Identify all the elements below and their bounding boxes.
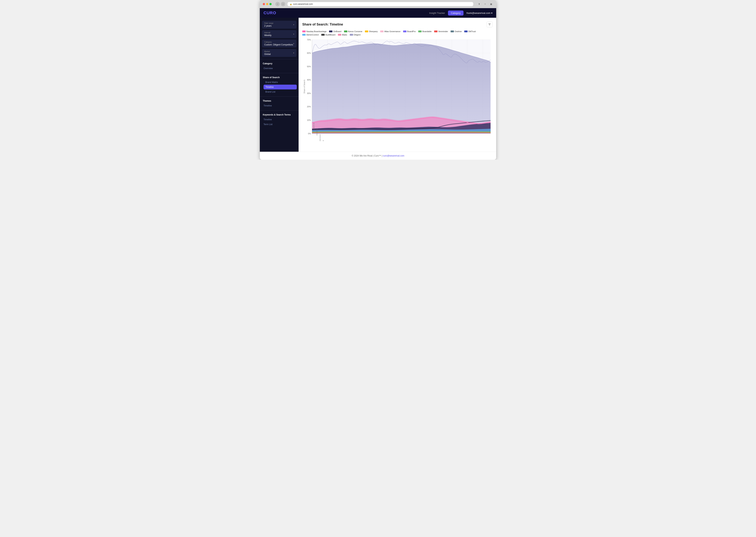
back-button[interactable]: ‹: [275, 2, 280, 6]
timeline-chart: 70% 60% 50% 40% 30% 20% 10% 0% Share of …: [302, 38, 492, 141]
svg-text:2022-07-31: 2022-07-31: [316, 129, 318, 136]
filter-section: Date range 2 years ▾ Interval Weekly ▾: [260, 21, 299, 57]
category-chevron: ▾: [293, 43, 294, 45]
legend-item-dilitrust: DiliTrust: [464, 30, 476, 32]
market-label: Market: [264, 51, 271, 53]
sidebar-section-keywords: Keywords & Search Terms: [260, 113, 299, 117]
legend-item-sherpany: Sherpany: [365, 30, 378, 32]
legend-color-atlas: [380, 30, 384, 32]
forward-button[interactable]: ›: [281, 2, 285, 6]
sidebar-section-category: Category: [260, 62, 299, 66]
date-range-label: Date range: [264, 22, 273, 24]
sidebar-section-themes: Themes: [260, 99, 299, 103]
interval-value: Weekly: [264, 34, 272, 37]
share-subsection: Brand Matrix Timeline Brand List: [260, 80, 299, 94]
market-dropdown[interactable]: Market Global ▾: [262, 49, 296, 57]
user-menu[interactable]: frank@wearerival.com ▾: [467, 12, 492, 15]
interval-chevron: ▾: [293, 33, 294, 35]
svg-text:20%: 20%: [307, 106, 311, 108]
legend-item-boardpro: BoardPro: [403, 30, 416, 32]
svg-text:50%: 50%: [307, 65, 311, 68]
svg-text:2022-10-02: 2022-10-02: [322, 140, 324, 141]
footer: © 2024 We Are Rival | Curo™ | curo@weare…: [260, 152, 496, 160]
legend-item-nasdaq: Nasdaq Boardvantage: [302, 30, 326, 32]
address-bar[interactable]: 🔒 curo.wearerival.com: [287, 2, 473, 6]
footer-text: © 2024 We Are Rival | Curo™ |: [352, 154, 383, 157]
browser-nav: ‹ ›: [275, 2, 285, 6]
date-range-value: 2 years: [264, 24, 273, 27]
lock-icon: 🔒: [290, 3, 292, 5]
traffic-lights: [263, 3, 272, 5]
legend-color-admincontrol: [302, 34, 306, 36]
sidebar-item-timeline[interactable]: Timeline: [264, 85, 297, 89]
nav-links: Insight Tracker Category frank@weareriva…: [429, 11, 492, 16]
chart-legend: Nasdaq Boardvantage OnBoard Azeus Conven…: [302, 30, 492, 36]
filter-button[interactable]: [487, 21, 492, 27]
legend-item-atlas: Atlas Governance: [380, 30, 400, 32]
top-nav: CURO Insight Tracker Category frank@wear…: [260, 8, 496, 18]
legend-color-venminder: [434, 30, 437, 32]
logo: CURO: [264, 11, 276, 15]
close-button[interactable]: [263, 3, 265, 5]
legend-item-auditboard: AuditBoard: [321, 34, 335, 36]
svg-text:60%: 60%: [307, 52, 311, 54]
legend-item-onboard: OnBoard: [329, 30, 341, 32]
browser-titlebar: ‹ › 🔒 curo.wearerival.com ⬆ + ▣: [260, 0, 496, 8]
sidebar-item-keywords-timeline[interactable]: Timeline: [260, 117, 299, 122]
insight-tracker-link[interactable]: Insight Tracker: [429, 12, 445, 15]
chart-container: 70% 60% 50% 40% 30% 20% 10% 0% Share of …: [302, 38, 492, 141]
legend-color-diligent: [350, 34, 353, 36]
category-value: Custom: Diligent Competitors: [264, 43, 293, 46]
legend-color-auditboard: [321, 34, 324, 36]
legend-color-nasdaq: [302, 30, 306, 32]
logo-accent: O: [273, 11, 276, 15]
legend-color-azeus: [344, 30, 347, 32]
sidebar-item-overview[interactable]: Overview: [260, 66, 299, 71]
svg-text:10%: 10%: [307, 119, 311, 121]
legend-item-azeus: Azeus Convene: [344, 30, 362, 32]
maximize-button[interactable]: [269, 3, 272, 5]
content-header: Share of Search: Timeline: [302, 21, 492, 27]
sidebar-item-brand-matrix[interactable]: Brand Matrix: [262, 80, 299, 85]
share-icon[interactable]: ⬆: [477, 2, 481, 6]
legend-color-boardable: [418, 30, 422, 32]
date-range-dropdown[interactable]: Date range 2 years ▾: [262, 21, 296, 29]
legend-color-sherpany: [365, 30, 368, 32]
category-dropdown[interactable]: Category Custom: Diligent Competitors ▾: [262, 40, 296, 48]
browser-window: ‹ › 🔒 curo.wearerival.com ⬆ + ▣ CURO Ins…: [260, 0, 496, 160]
svg-text:30%: 30%: [307, 92, 311, 95]
legend-color-ibabs: [338, 34, 341, 36]
market-chevron: ▾: [293, 52, 294, 54]
market-value: Global: [264, 53, 271, 56]
legend-item-diligent: Diligent: [350, 34, 360, 36]
sidebar-item-brand-list[interactable]: Brand List: [262, 89, 299, 94]
sidebar: Date range 2 years ▾ Interval Weekly ▾: [260, 18, 299, 152]
sidebar-item-term-list[interactable]: Term List: [260, 122, 299, 127]
legend-color-boardpro: [403, 30, 406, 32]
logo-text: CUR: [264, 11, 273, 15]
user-menu-chevron: ▾: [491, 12, 492, 15]
interval-dropdown[interactable]: Interval Weekly ▾: [262, 30, 296, 38]
main-content: Share of Search: Timeline Nasdaq Boardva…: [299, 18, 496, 152]
legend-item-venminder: Venminder: [434, 30, 448, 32]
user-email: frank@wearerival.com: [467, 12, 490, 15]
svg-text:2022-07-03: 2022-07-03: [313, 123, 315, 130]
main-layout: Date range 2 years ▾ Interval Weekly ▾: [260, 18, 496, 152]
svg-text:40%: 40%: [307, 79, 311, 81]
add-tab-icon[interactable]: +: [483, 2, 487, 6]
footer-link[interactable]: curo@wearerival.com: [383, 154, 404, 157]
page-title: Share of Search: Timeline: [302, 22, 343, 26]
svg-text:70%: 70%: [307, 39, 311, 41]
app-wrapper: CURO Insight Tracker Category frank@wear…: [260, 8, 496, 160]
filter-icon: [488, 23, 491, 26]
sidebar-item-themes-timeline[interactable]: Timeline: [260, 103, 299, 108]
category-link[interactable]: Category: [448, 11, 464, 16]
minimize-button[interactable]: [266, 3, 268, 5]
legend-item-boardable: Boardable: [418, 30, 432, 32]
date-range-chevron: ▾: [293, 24, 294, 26]
legend-color-oodrive: [451, 30, 454, 32]
legend-color-onboard: [329, 30, 332, 32]
legend-item-ibabs: iBabs: [338, 34, 347, 36]
extensions-icon[interactable]: ▣: [489, 2, 493, 6]
svg-text:0%: 0%: [308, 133, 311, 135]
